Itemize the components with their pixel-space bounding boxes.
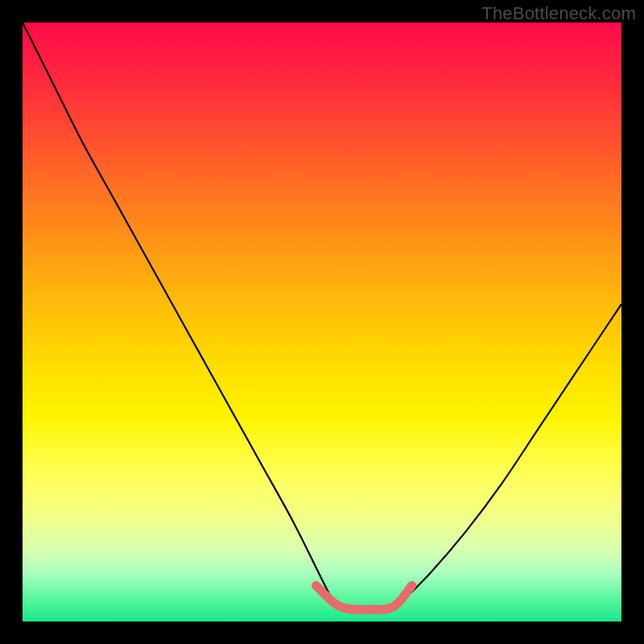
gradient-plot-area xyxy=(23,23,621,621)
outer-frame: TheBottleneck.com xyxy=(0,0,644,644)
right-curve xyxy=(400,304,621,604)
curve-layer xyxy=(23,23,621,621)
watermark-label: TheBottleneck.com xyxy=(481,3,636,24)
bottleneck-marker xyxy=(316,585,412,609)
left-curve xyxy=(23,23,334,604)
